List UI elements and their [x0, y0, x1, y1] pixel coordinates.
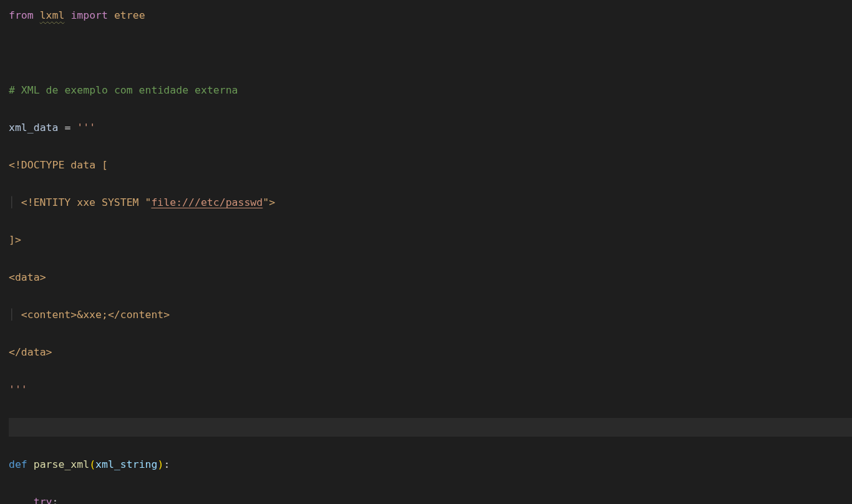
string-content: ]> — [9, 234, 21, 246]
code-line: def parse_xml(xml_string): — [9, 455, 852, 474]
parameter: xml_string — [95, 458, 157, 470]
comment: # XML de exemplo com entidade externa — [9, 84, 238, 96]
code-line-active — [9, 418, 852, 437]
code-line-empty — [9, 44, 852, 62]
code-line: xml_data = ''' — [9, 119, 852, 137]
paren-close: ) — [157, 458, 163, 470]
module-name: lxml — [40, 9, 65, 21]
code-line: │ <content>&xxe;</content> — [9, 306, 852, 324]
keyword-from: from — [9, 9, 34, 21]
string-content: "> — [263, 196, 275, 208]
import-name: etree — [114, 9, 145, 21]
colon: : — [163, 458, 170, 470]
code-line: ]> — [9, 231, 852, 250]
keyword-import: import — [70, 9, 108, 21]
code-editor[interactable]: from lxml import etree # XML de exemplo … — [0, 6, 852, 504]
code-line: ''' — [9, 380, 852, 399]
string-open: ''' — [77, 122, 95, 133]
code-line: from lxml import etree — [9, 6, 852, 25]
code-line: <!DOCTYPE data [ — [9, 156, 852, 175]
colon: : — [52, 496, 59, 504]
string-close: ''' — [9, 384, 27, 395]
code-line: <data> — [9, 268, 852, 287]
string-content: <data> — [9, 271, 46, 283]
keyword-def: def — [9, 458, 27, 470]
code-line: try: — [9, 493, 852, 504]
string-content: </data> — [9, 346, 52, 358]
code-line: # XML de exemplo com entidade externa — [9, 81, 852, 100]
string-content: <!DOCTYPE data [ — [9, 159, 108, 171]
code-line: </data> — [9, 343, 852, 362]
url-link[interactable]: file:///etc/passwd — [151, 196, 263, 208]
variable: xml_data — [9, 122, 58, 133]
keyword-try: try — [34, 496, 52, 504]
string-content: <content>&xxe;</content> — [9, 309, 170, 321]
paren-open: ( — [89, 458, 95, 470]
function-name: parse_xml — [34, 458, 89, 470]
code-line: │ <!ENTITY xxe SYSTEM "file:///etc/passw… — [9, 193, 852, 212]
operator: = — [58, 122, 77, 133]
string-content: <!ENTITY xxe SYSTEM " — [9, 196, 151, 208]
